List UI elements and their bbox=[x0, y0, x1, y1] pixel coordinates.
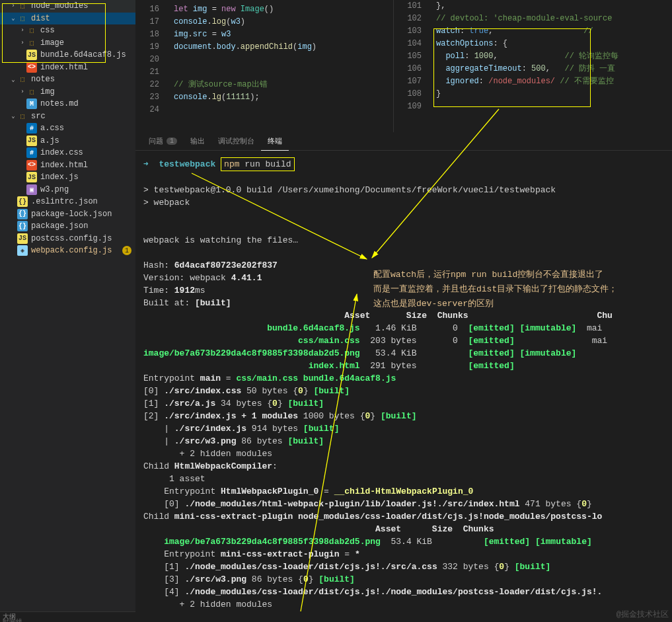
wp-icon: ◈ bbox=[17, 245, 28, 256]
tree-item-img[interactable]: ›⬚img bbox=[0, 86, 135, 98]
tree-item-label: notes bbox=[31, 75, 55, 84]
chevron-icon: ⌄ bbox=[9, 15, 17, 22]
tree-item-label: w3.png bbox=[40, 185, 69, 194]
tree-item-postcss-config-js[interactable]: JSpostcss.config.js bbox=[0, 233, 135, 245]
tree-item-src[interactable]: ⌄⬚src bbox=[0, 110, 135, 123]
tree-item-package-lock-json[interactable]: {}package-lock.json bbox=[0, 208, 135, 221]
tree-item-label: a.css bbox=[40, 124, 64, 133]
js-icon: JS bbox=[26, 50, 37, 60]
folder-icon: ⬚ bbox=[17, 74, 28, 85]
tree-item-label: css bbox=[40, 26, 55, 35]
panel-tabs[interactable]: 问题1输出调试控制台终端 bbox=[135, 132, 672, 151]
tree-item-package-json[interactable]: {}package.json bbox=[0, 220, 135, 233]
tree-item--eslintrc-json[interactable]: {}.eslintrc.json bbox=[0, 196, 135, 208]
folder-icon: ⬚ bbox=[26, 38, 37, 48]
js-icon: JS bbox=[17, 233, 28, 244]
md-icon: M bbox=[26, 98, 37, 109]
code-content-right[interactable]: },// devtool: 'cheap-module-eval-sourcew… bbox=[436, 0, 672, 113]
pkg-icon: {} bbox=[17, 209, 28, 219]
tree-item-label: postcss.config.js bbox=[31, 234, 112, 243]
code-content-left[interactable]: 图片引入，返回的结果是一个新的图片地址let img = new Image()… bbox=[174, 0, 393, 116]
tree-item-w3-png[interactable]: ▣w3.png bbox=[0, 184, 135, 196]
editor-area: 15161718192021222324 图片引入，返回的结果是一个新的图片地址… bbox=[135, 0, 672, 132]
folder-icon: ⬚ bbox=[17, 13, 28, 24]
tree-item-webpack-config-js[interactable]: ◈webpack.config.js1 bbox=[0, 245, 135, 257]
line-numbers-gutter: 15161718192021222324 bbox=[135, 0, 168, 116]
tree-item-image[interactable]: ›⬚image bbox=[0, 37, 135, 50]
panel-tab-输出[interactable]: 输出 bbox=[184, 132, 211, 151]
panel-tab-终端[interactable]: 终端 bbox=[261, 132, 289, 151]
tree-item-label: index.js bbox=[40, 173, 79, 182]
js-icon: JS bbox=[26, 172, 37, 182]
file-explorer-sidebar[interactable]: ›⬚node_modules⌄⬚dist›⬚css›⬚imageJSbundle… bbox=[0, 0, 135, 622]
chevron-icon: › bbox=[19, 27, 26, 34]
tree-item-node-modules[interactable]: ›⬚node_modules bbox=[0, 0, 135, 13]
terminal-output[interactable]: ➜ testwebpack npm run build > testwebpac… bbox=[135, 151, 672, 611]
tree-item-label: index.html bbox=[40, 63, 88, 72]
tree-item-label: notes.md bbox=[40, 99, 79, 108]
png-icon: ▣ bbox=[26, 184, 37, 195]
tree-item-dist[interactable]: ⌄⬚dist bbox=[0, 13, 135, 25]
chevron-icon: ⌄ bbox=[9, 112, 17, 120]
tree-item-bundle-6d4acaf8-js[interactable]: JSbundle.6d4acaf8.js bbox=[0, 49, 135, 61]
line-numbers-gutter: 101102103104105106107108109 bbox=[394, 0, 431, 113]
statusbar[interactable]: 大纲 时间线 bbox=[0, 611, 135, 622]
tree-item-label: .eslintrc.json bbox=[31, 197, 98, 206]
tree-item-notes[interactable]: ⌄⬚notes bbox=[0, 73, 135, 86]
problem-count-badge: 1 bbox=[167, 137, 177, 145]
tree-item-label: package.json bbox=[31, 221, 88, 231]
folder-icon: ⬚ bbox=[26, 25, 37, 36]
tree-item-label: bundle.6d4acaf8.js bbox=[40, 50, 126, 59]
tree-item-index-html[interactable]: <>index.html bbox=[0, 159, 135, 172]
folder-icon: ⬚ bbox=[26, 87, 37, 97]
panel-tab-调试控制台[interactable]: 调试控制台 bbox=[211, 132, 261, 151]
tree-item-label: index.css bbox=[40, 148, 83, 157]
tree-item-css[interactable]: ›⬚css bbox=[0, 24, 135, 37]
tree-item-label: src bbox=[31, 112, 46, 121]
css-icon: # bbox=[26, 147, 37, 158]
tree-item-label: a.js bbox=[40, 136, 59, 145]
tree-item-index-css[interactable]: #index.css bbox=[0, 147, 135, 159]
html-icon: <> bbox=[26, 62, 37, 73]
watermark: @掘金技术社区 bbox=[616, 609, 669, 620]
panel-tab-问题[interactable]: 问题1 bbox=[142, 132, 184, 151]
tree-item-label: package-lock.json bbox=[31, 210, 112, 219]
chevron-icon: › bbox=[19, 40, 26, 46]
editor-right-pane[interactable]: 101102103104105106107108109 },// devtool… bbox=[393, 0, 672, 132]
json-icon: {} bbox=[17, 196, 28, 207]
tree-item-label: img bbox=[40, 87, 55, 97]
folder-icon: ⬚ bbox=[17, 111, 28, 122]
html-icon: <> bbox=[26, 160, 37, 171]
tree-item-label: webpack.config.js bbox=[31, 246, 112, 255]
editor-left-pane[interactable]: 15161718192021222324 图片引入，返回的结果是一个新的图片地址… bbox=[135, 0, 393, 132]
bottom-panel: 问题1输出调试控制台终端 ➜ testwebpack npm run build… bbox=[135, 132, 672, 611]
tree-item-index-html[interactable]: <>index.html bbox=[0, 61, 135, 74]
tree-item-label: dist bbox=[31, 14, 50, 23]
chevron-icon: › bbox=[19, 89, 26, 95]
problem-badge: 1 bbox=[122, 246, 131, 255]
chevron-icon: › bbox=[9, 3, 17, 9]
tree-item-a-css[interactable]: #a.css bbox=[0, 122, 135, 135]
folder-icon: ⬚ bbox=[17, 1, 28, 11]
tree-item-label: image bbox=[40, 38, 64, 48]
chevron-icon: ⌄ bbox=[9, 76, 17, 83]
css-icon: # bbox=[26, 123, 37, 134]
tree-item-label: node_modules bbox=[31, 1, 88, 11]
tree-item-a-js[interactable]: JSa.js bbox=[0, 135, 135, 147]
tree-item-index-js[interactable]: JSindex.js bbox=[0, 171, 135, 184]
tree-item-label: index.html bbox=[40, 161, 88, 170]
tree-item-notes-md[interactable]: Mnotes.md bbox=[0, 98, 135, 110]
pkg-icon: {} bbox=[17, 221, 28, 231]
js-icon: JS bbox=[26, 136, 37, 146]
